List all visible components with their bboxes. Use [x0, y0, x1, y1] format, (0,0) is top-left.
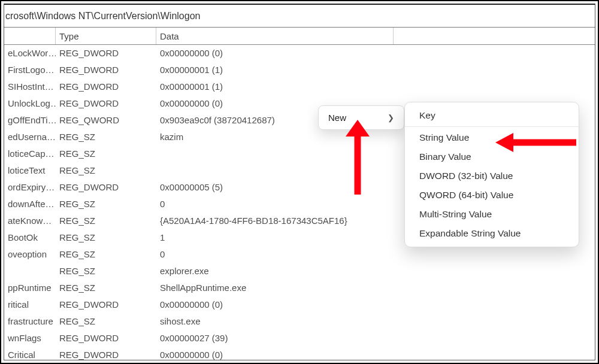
col-name-header[interactable] — [4, 28, 56, 44]
window-frame: crosoft\Windows NT\CurrentVersion\Winlog… — [4, 4, 595, 360]
cell-name: ordExpiry… — [4, 178, 56, 195]
cell-type: REG_SZ — [56, 279, 156, 296]
cell-name: Critical — [4, 346, 56, 360]
cell-data: 0x00000001 (1) — [156, 78, 394, 95]
submenu-separator — [405, 126, 579, 127]
table-row[interactable]: wnFlagsREG_DWORD0x00000027 (39) — [4, 329, 595, 346]
cell-data: explorer.exe — [156, 262, 394, 279]
cell-data: sihost.exe — [156, 313, 394, 329]
cell-data: 0x00000000 (0) — [156, 346, 394, 360]
cell-data: 0 — [156, 195, 394, 212]
cell-name: BootOk — [4, 229, 56, 245]
cell-name: oveoption — [4, 245, 56, 262]
cell-data — [156, 162, 394, 178]
registry-path-bar[interactable]: crosoft\Windows NT\CurrentVersion\Winlog… — [4, 5, 595, 28]
chevron-right-icon: ❯ — [388, 113, 394, 122]
context-menu[interactable]: New ❯ — [318, 105, 404, 130]
table-row[interactable]: CriticalREG_DWORD0x00000000 (0) — [4, 346, 595, 360]
cell-name: FirstLogo… — [4, 61, 56, 78]
cell-type: REG_DWORD — [56, 329, 156, 346]
cell-type: REG_SZ — [56, 262, 156, 279]
cell-name: ritical — [4, 296, 56, 313]
cell-data: 0x00000001 (1) — [156, 61, 394, 78]
cell-name: eLockWor… — [4, 44, 56, 61]
cell-type: REG_SZ — [56, 145, 156, 162]
submenu-item-key[interactable]: Key — [405, 106, 579, 125]
cell-name: frastructure — [4, 313, 56, 329]
registry-path-text: crosoft\Windows NT\CurrentVersion\Winlog… — [5, 11, 200, 22]
submenu-new[interactable]: Key String Value Binary Value DWORD (32-… — [404, 102, 579, 247]
cell-type: REG_DWORD — [56, 61, 156, 78]
cell-type: REG_SZ — [56, 162, 156, 178]
cell-data: 0 — [156, 245, 394, 262]
menu-item-new[interactable]: New ❯ — [321, 108, 401, 127]
submenu-item-multi-string[interactable]: Multi-String Value — [405, 205, 579, 224]
cell-type: REG_SZ — [56, 195, 156, 212]
cell-type: REG_SZ — [56, 229, 156, 245]
col-data-header[interactable]: Data — [156, 28, 394, 44]
cell-type: REG_SZ — [56, 128, 156, 145]
cell-name: ppRuntime — [4, 279, 56, 296]
submenu-item-dword[interactable]: DWORD (32-bit) Value — [405, 166, 579, 186]
cell-type: REG_DWORD — [56, 178, 156, 195]
submenu-item-binary[interactable]: Binary Value — [405, 147, 579, 166]
col-spacer — [394, 28, 595, 44]
cell-name — [4, 262, 56, 279]
cell-type: REG_SZ — [56, 245, 156, 262]
cell-name: SIHostInt… — [4, 78, 56, 95]
cell-type: REG_DWORD — [56, 44, 156, 61]
cell-name: loticeCap… — [4, 145, 56, 162]
cell-type: REG_DWORD — [56, 78, 156, 95]
cell-name: edUserna… — [4, 128, 56, 145]
cell-type: REG_DWORD — [56, 296, 156, 313]
table-row[interactable]: riticalREG_DWORD0x00000000 (0) — [4, 296, 595, 313]
cell-type: REG_DWORD — [56, 95, 156, 111]
table-row[interactable]: REG_SZexplorer.exe — [4, 262, 595, 279]
cell-data: 0x00000005 (5) — [156, 178, 394, 195]
cell-name: UnlockLog… — [4, 95, 56, 111]
cell-name: downAfte… — [4, 195, 56, 212]
cell-data: {A520A1A4-1780-4FF6-BD18-167343C5AF16} — [156, 212, 394, 229]
cell-type: REG_DWORD — [56, 346, 156, 360]
cell-data: 0x00000000 (0) — [156, 296, 394, 313]
cell-name: ateKnow… — [4, 212, 56, 229]
table-row[interactable]: frastructureREG_SZsihost.exe — [4, 313, 595, 329]
cell-data: ShellAppRuntime.exe — [156, 279, 394, 296]
cell-data — [156, 145, 394, 162]
cell-data: 1 — [156, 229, 394, 245]
submenu-item-qword[interactable]: QWORD (64-bit) Value — [405, 186, 579, 205]
column-headers[interactable]: Type Data — [4, 28, 595, 45]
cell-data: 0x00000027 (39) — [156, 329, 394, 346]
cell-type: REG_SZ — [56, 212, 156, 229]
cell-data: 0x00000000 (0) — [156, 44, 394, 61]
submenu-item-expandable-string[interactable]: Expandable String Value — [405, 224, 579, 243]
submenu-item-string[interactable]: String Value — [405, 128, 579, 147]
col-type-header[interactable]: Type — [56, 28, 156, 44]
table-row[interactable]: ppRuntimeREG_SZShellAppRuntime.exe — [4, 279, 595, 296]
table-row[interactable]: eLockWor…REG_DWORD0x00000000 (0) — [4, 44, 595, 61]
table-row[interactable]: oveoptionREG_SZ0 — [4, 245, 595, 262]
cell-data: kazim — [156, 128, 394, 145]
cell-name: gOffEndTi… — [4, 111, 56, 128]
cell-type: REG_QWORD — [56, 111, 156, 128]
cell-type: REG_SZ — [56, 313, 156, 329]
menu-item-new-label: New — [328, 113, 346, 123]
cell-name: loticeText — [4, 162, 56, 178]
table-row[interactable]: SIHostInt…REG_DWORD0x00000001 (1) — [4, 78, 595, 95]
table-row[interactable]: FirstLogo…REG_DWORD0x00000001 (1) — [4, 61, 595, 78]
cell-name: wnFlags — [4, 329, 56, 346]
